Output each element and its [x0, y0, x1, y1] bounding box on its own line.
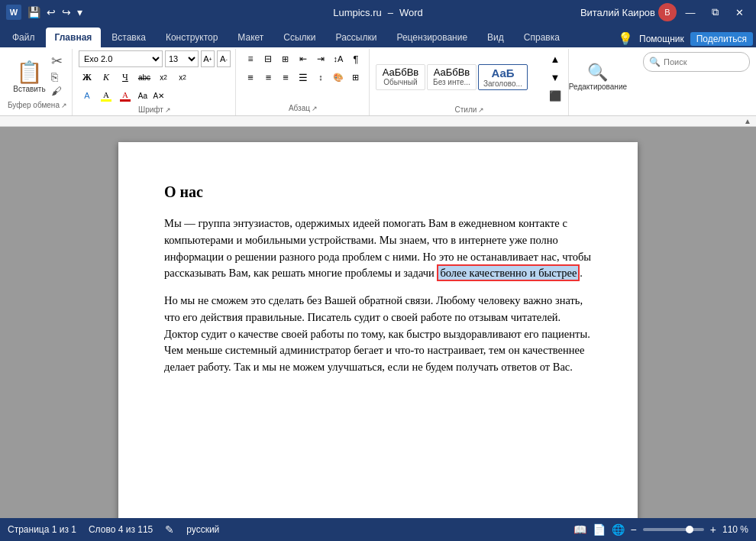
- styles-scroll-controls: ▲ ▼ ⬛: [547, 50, 564, 104]
- restore-button[interactable]: ⧉: [704, 3, 725, 21]
- paragraph-1: Мы — группа энтузиастов, одержимых идеей…: [164, 215, 592, 282]
- ribbon: 📋 Вставить ✂ ⎘ 🖌 Буфер обмена ↗ Exo 2.0: [0, 47, 756, 116]
- align-center-button[interactable]: ≡: [260, 69, 276, 86]
- web-layout-icon[interactable]: 🌐: [612, 523, 625, 536]
- tab-references[interactable]: Ссылки: [274, 28, 325, 47]
- borders-button[interactable]: ⊞: [347, 69, 364, 86]
- font-group: Exo 2.0 13 A+ A- Ж К Ч abc x2 x2 A: [74, 49, 236, 115]
- selected-text: более качественно и быстрее: [437, 264, 580, 281]
- style-normal[interactable]: АаБбВв Обычный: [376, 64, 425, 90]
- styles-scroll-down-button[interactable]: ▼: [547, 69, 564, 86]
- para-expand-icon[interactable]: ↗: [312, 105, 318, 112]
- light-bulb-icon[interactable]: 💡: [618, 31, 633, 46]
- zoom-thumb[interactable]: [686, 526, 693, 533]
- font-size-increase-btn[interactable]: A+: [201, 50, 215, 67]
- collapse-icon: ▲: [744, 117, 751, 125]
- document-page: О нас Мы — группа энтузиастов, одержимых…: [118, 142, 638, 518]
- clear-format-button[interactable]: A✕: [152, 89, 166, 102]
- ribbon-tab-bar: Файл Главная Вставка Конструктор Макет С…: [0, 24, 756, 47]
- align-right-button[interactable]: ≡: [277, 69, 294, 86]
- share-btn[interactable]: Поделиться: [690, 32, 753, 46]
- line-spacing-button[interactable]: ↕: [312, 69, 329, 86]
- paste-icon: 📋: [16, 60, 43, 85]
- bold-button[interactable]: Ж: [79, 69, 95, 86]
- editing-icon: 🔍: [587, 63, 608, 83]
- text-effect-button[interactable]: A: [79, 87, 95, 104]
- cut-button[interactable]: ✂: [50, 53, 63, 69]
- app-name: Word: [399, 7, 423, 18]
- numbering-button[interactable]: ⊟: [260, 50, 276, 67]
- clipboard-group: 📋 Вставить ✂ ⎘ 🖌 Буфер обмена ↗: [3, 49, 73, 115]
- quick-access-toolbar: 💾 ↩ ↪ ▾: [26, 5, 84, 20]
- sort-button[interactable]: ↕A: [330, 50, 347, 67]
- multilevel-button[interactable]: ⊞: [277, 50, 294, 67]
- tab-view[interactable]: Вид: [478, 28, 513, 47]
- subscript-button[interactable]: x2: [155, 69, 172, 86]
- tab-help[interactable]: Справка: [515, 28, 569, 47]
- tab-design[interactable]: Конструктор: [157, 28, 227, 47]
- align-left-button[interactable]: ≡: [242, 69, 259, 86]
- font-settings-button[interactable]: Аа: [136, 89, 150, 102]
- copy-button[interactable]: ⎘: [50, 70, 63, 83]
- undo-quick-btn[interactable]: ↩: [45, 5, 57, 20]
- styles-scroll-up-button[interactable]: ▲: [547, 50, 564, 67]
- user-avatar[interactable]: В: [658, 3, 677, 21]
- zoom-plus-btn[interactable]: +: [710, 523, 716, 536]
- format-painter-button[interactable]: 🖌: [50, 85, 63, 97]
- highlight-button[interactable]: А: [98, 87, 115, 104]
- shading-button[interactable]: 🎨: [330, 69, 347, 86]
- font-size-select[interactable]: 13: [165, 50, 199, 67]
- italic-button[interactable]: К: [98, 69, 115, 86]
- tab-layout[interactable]: Макет: [228, 28, 273, 47]
- customize-quick-btn[interactable]: ▾: [76, 5, 84, 20]
- clipboard-sub-buttons: ✂ ⎘ 🖌: [50, 53, 63, 97]
- zoom-level[interactable]: 110 %: [722, 524, 748, 535]
- language-status[interactable]: русский: [186, 524, 219, 535]
- tab-file[interactable]: Файл: [3, 28, 44, 47]
- decrease-indent-button[interactable]: ⇤: [295, 50, 312, 67]
- strikethrough-button[interactable]: abc: [136, 69, 153, 86]
- pilcrow-button[interactable]: ¶: [347, 50, 364, 67]
- clipboard-label: Буфер обмена ↗: [8, 99, 67, 111]
- page-info: Страница 1 из 1: [8, 524, 76, 535]
- styles-expand-button[interactable]: ⬛: [547, 87, 564, 104]
- print-layout-icon[interactable]: 📄: [593, 523, 606, 536]
- zoom-minus-btn[interactable]: −: [631, 523, 637, 536]
- help-search-area: 🔍: [640, 49, 753, 115]
- read-mode-icon[interactable]: 📖: [573, 523, 586, 536]
- close-button[interactable]: ✕: [729, 3, 750, 21]
- font-size-decrease-btn[interactable]: A-: [217, 50, 231, 67]
- increase-indent-button[interactable]: ⇥: [312, 50, 329, 67]
- bullets-button[interactable]: ≡: [242, 50, 259, 67]
- word-app-icon: W: [6, 5, 21, 20]
- assistant-btn[interactable]: Помощник: [639, 34, 684, 44]
- tab-insert[interactable]: Вставка: [102, 28, 155, 47]
- clipboard-expand-icon[interactable]: ↗: [61, 102, 67, 109]
- tab-home[interactable]: Главная: [46, 28, 102, 47]
- underline-button[interactable]: Ч: [117, 69, 134, 86]
- tab-mailings[interactable]: Рассылки: [327, 28, 386, 47]
- style-heading1[interactable]: АаБ Заголово...: [478, 64, 528, 90]
- paragraph-label: Абзац ↗: [289, 102, 318, 114]
- minimize-button[interactable]: —: [680, 3, 701, 21]
- save-quick-btn[interactable]: 💾: [26, 5, 42, 20]
- styles-expand-icon[interactable]: ↗: [478, 106, 484, 114]
- font-expand-icon[interactable]: ↗: [165, 106, 171, 114]
- search-icon: 🔍: [649, 57, 661, 67]
- paste-button[interactable]: 📋 Вставить: [11, 53, 47, 99]
- style-no-spacing[interactable]: АаБбВв Без инте...: [427, 64, 477, 90]
- zoom-slider[interactable]: [643, 528, 704, 531]
- superscript-button[interactable]: x2: [174, 69, 191, 86]
- justify-button[interactable]: ☰: [295, 69, 312, 86]
- editing-button[interactable]: 🔍 Редактирование: [575, 53, 621, 99]
- tab-review[interactable]: Рецензирование: [387, 28, 477, 47]
- font-color-button[interactable]: А: [117, 87, 134, 104]
- ribbon-collapse-bar[interactable]: ▲: [0, 116, 756, 127]
- editing-group: 🔍 Редактирование placeholder: [570, 49, 625, 115]
- redo-quick-btn[interactable]: ↪: [60, 5, 73, 20]
- editing-label: Редактирование: [569, 83, 627, 91]
- font-label: Шрифт ↗: [138, 104, 171, 115]
- status-icon-edit[interactable]: ✎: [165, 523, 174, 536]
- font-name-select[interactable]: Exo 2.0: [79, 50, 163, 67]
- para1-after-selected: .: [580, 267, 583, 279]
